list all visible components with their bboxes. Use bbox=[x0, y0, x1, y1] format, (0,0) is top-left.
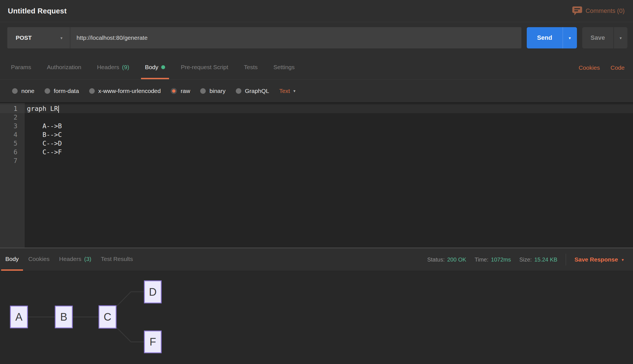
tab-settings[interactable]: Settings bbox=[269, 56, 299, 79]
tab-tests[interactable]: Tests bbox=[240, 56, 262, 79]
meta-status: Status:200 OK bbox=[427, 256, 466, 263]
app-window: Untitled Request Comments (0) POST ▾ Sen… bbox=[0, 0, 633, 364]
body-mode-form-data[interactable]: form-data bbox=[45, 88, 79, 94]
line-number: 1 bbox=[0, 104, 25, 113]
body-mode-x-www-form-urlencoded[interactable]: x-www-form-urlencoded bbox=[89, 88, 161, 94]
method-label: POST bbox=[16, 34, 32, 41]
url-group: POST ▾ bbox=[7, 27, 521, 48]
code-text: C-->D bbox=[27, 140, 62, 147]
rendered-graph: ABCDF bbox=[0, 271, 179, 364]
save-button[interactable]: Save bbox=[582, 27, 613, 48]
graph-node-C: C bbox=[99, 306, 116, 328]
chevron-down-icon: ▾ bbox=[293, 89, 295, 93]
radio-icon bbox=[45, 88, 50, 94]
radio-icon bbox=[171, 88, 177, 94]
body-mode-row: noneform-datax-www-form-urlencodedrawbin… bbox=[0, 80, 633, 103]
send-options-caret[interactable]: ▾ bbox=[563, 27, 577, 48]
tab-label: Body bbox=[5, 256, 19, 262]
tab-label: Headers bbox=[59, 256, 81, 262]
send-button-group: Send ▾ bbox=[527, 27, 577, 48]
send-button[interactable]: Send bbox=[527, 27, 563, 48]
response-bar: BodyCookiesHeaders(3)Test Results Status… bbox=[0, 248, 633, 271]
tab-label: Authorization bbox=[47, 64, 81, 71]
tab-count: (3) bbox=[84, 256, 91, 262]
body-mode-raw[interactable]: raw bbox=[171, 88, 190, 94]
request-body-editor: 1234567 graph LR A-->B B-->C C-->D C-->F bbox=[0, 103, 633, 248]
graph-node-D: D bbox=[144, 281, 161, 303]
body-mode-none[interactable]: none bbox=[12, 88, 34, 94]
meta-size: Size:15.24 KB bbox=[519, 256, 557, 263]
request-title: Untitled Request bbox=[8, 7, 67, 15]
cookies-link[interactable]: Cookies bbox=[579, 64, 600, 71]
code-text: B-->C bbox=[27, 131, 62, 138]
request-tab-links: CookiesCode bbox=[579, 56, 625, 79]
response-tab-cookies[interactable]: Cookies bbox=[24, 248, 54, 271]
response-meta-items: Status:200 OKTime:1072msSize:15.24 KB bbox=[427, 256, 557, 263]
code-line[interactable] bbox=[25, 113, 633, 122]
chevron-down-icon: ▾ bbox=[622, 258, 624, 262]
tab-authorization[interactable]: Authorization bbox=[43, 56, 85, 79]
radio-icon bbox=[89, 88, 95, 94]
comment-bubble-icon bbox=[572, 6, 582, 15]
graph-node-label: D bbox=[149, 286, 156, 298]
body-mode-binary[interactable]: binary bbox=[200, 88, 225, 94]
radio-label: x-www-form-urlencoded bbox=[98, 88, 161, 94]
tab-pre-request-script[interactable]: Pre-request Script bbox=[177, 56, 232, 79]
save-options-caret[interactable]: ▾ bbox=[613, 27, 627, 48]
radio-label: raw bbox=[181, 88, 190, 94]
code-line[interactable] bbox=[25, 157, 633, 165]
code-text: C-->F bbox=[27, 148, 62, 156]
url-input[interactable] bbox=[70, 27, 521, 48]
code-line[interactable]: C-->D bbox=[25, 139, 633, 148]
code-link[interactable]: Code bbox=[611, 64, 625, 71]
response-tab-test-results[interactable]: Test Results bbox=[97, 248, 137, 271]
graph-node-A: A bbox=[10, 306, 27, 328]
meta-value: 200 OK bbox=[447, 256, 466, 263]
tab-headers[interactable]: Headers(9) bbox=[93, 56, 133, 79]
radio-icon bbox=[200, 88, 206, 94]
meta-value: 15.24 KB bbox=[534, 256, 557, 263]
meta-divider bbox=[566, 254, 566, 265]
chevron-down-icon: ▾ bbox=[60, 36, 63, 40]
body-mode-options: noneform-datax-www-form-urlencodedrawbin… bbox=[12, 88, 269, 94]
request-header-bar: Untitled Request Comments (0) bbox=[0, 0, 633, 22]
line-number: 4 bbox=[0, 130, 25, 139]
response-tab-headers[interactable]: Headers(3) bbox=[55, 248, 96, 271]
chevron-down-icon: ▾ bbox=[620, 36, 622, 40]
tab-label: Cookies bbox=[28, 256, 50, 262]
comments-button[interactable]: Comments (0) bbox=[572, 6, 625, 15]
chevron-down-icon: ▾ bbox=[569, 36, 571, 40]
response-tabs: BodyCookiesHeaders(3)Test Results bbox=[1, 248, 137, 271]
format-label: Text bbox=[279, 88, 290, 94]
code-text: A-->B bbox=[27, 122, 62, 130]
code-line[interactable]: A-->B bbox=[25, 122, 633, 130]
tab-params[interactable]: Params bbox=[7, 56, 35, 79]
response-body: ABCDF bbox=[0, 271, 633, 364]
graph-edge-C-D bbox=[116, 292, 144, 307]
body-mode-graphql[interactable]: GraphQL bbox=[236, 88, 269, 94]
meta-value: 1072ms bbox=[491, 256, 511, 263]
save-response-button[interactable]: Save Response ▾ bbox=[574, 256, 624, 263]
line-number: 7 bbox=[0, 157, 25, 165]
code-line[interactable]: C-->F bbox=[25, 148, 633, 157]
graph-node-label: B bbox=[60, 311, 67, 323]
response-tab-body[interactable]: Body bbox=[1, 248, 23, 271]
unsaved-changes-dot-icon bbox=[161, 65, 165, 69]
code-line[interactable]: graph LR bbox=[25, 104, 633, 113]
editor-code-area[interactable]: graph LR A-->B B-->C C-->D C-->F bbox=[25, 103, 633, 248]
graph-node-B: B bbox=[55, 306, 72, 328]
tab-label: Headers bbox=[97, 64, 119, 71]
graph-edge-C-F bbox=[116, 327, 144, 342]
method-select[interactable]: POST ▾ bbox=[7, 27, 70, 48]
line-number: 5 bbox=[0, 139, 25, 148]
editor-gutter: 1234567 bbox=[0, 103, 25, 248]
code-text: graph LR bbox=[27, 105, 58, 112]
tab-body[interactable]: Body bbox=[141, 56, 169, 79]
format-dropdown[interactable]: Text ▾ bbox=[279, 88, 295, 94]
radio-icon bbox=[12, 88, 18, 94]
graph-node-label: F bbox=[149, 336, 156, 348]
tab-count: (9) bbox=[122, 64, 129, 71]
graph-node-label: C bbox=[104, 311, 111, 323]
code-line[interactable]: B-->C bbox=[25, 130, 633, 139]
request-url-row: POST ▾ Send ▾ Save ▾ bbox=[0, 22, 633, 53]
